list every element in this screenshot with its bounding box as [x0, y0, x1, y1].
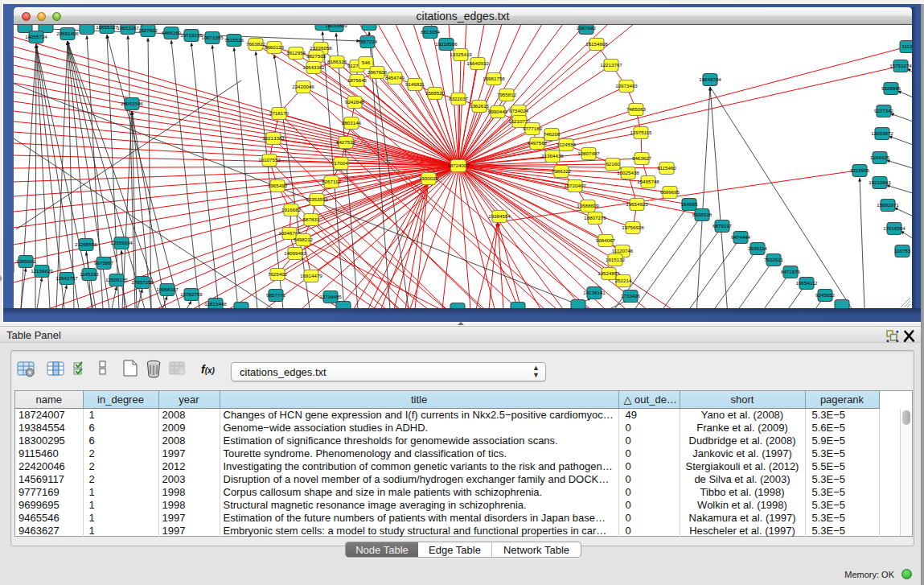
svg-text:17957255: 17957255: [131, 279, 154, 285]
svg-text:8938918: 8938918: [692, 212, 713, 217]
svg-text:10719155: 10719155: [180, 32, 203, 38]
svg-text:6466160: 6466160: [162, 30, 182, 35]
svg-text:8454749: 8454749: [385, 75, 405, 80]
svg-text:16914479: 16914479: [300, 273, 322, 278]
svg-text:9857771: 9857771: [266, 292, 286, 298]
svg-text:19384554: 19384554: [488, 213, 511, 219]
svg-text:16033809: 16033809: [325, 25, 347, 28]
svg-text:5498212: 5498212: [294, 237, 314, 242]
svg-text:1362615: 1362615: [470, 103, 490, 109]
svg-text:6497568: 6497568: [528, 140, 548, 146]
svg-text:3124554: 3124554: [556, 142, 577, 147]
svg-text:8267110: 8267110: [322, 179, 341, 184]
svg-text:15751074: 15751074: [889, 63, 912, 68]
svg-text:2803144: 2803144: [342, 120, 362, 126]
svg-text:28053346: 28053346: [121, 101, 143, 106]
svg-text:14099483: 14099483: [284, 250, 306, 256]
svg-text:10807487: 10807487: [577, 150, 600, 156]
svg-text:1244415: 1244415: [870, 154, 890, 160]
svg-text:10543362: 10543362: [302, 64, 325, 70]
svg-text:16210643: 16210643: [869, 179, 891, 185]
svg-text:746206: 746206: [544, 131, 561, 137]
svg-text:6879197: 6879197: [713, 223, 733, 229]
svg-text:12975115: 12975115: [630, 130, 652, 135]
svg-text:1112: 1112: [902, 43, 912, 49]
svg-text:9463627: 9463627: [632, 155, 652, 161]
svg-text:10688609: 10688609: [577, 203, 599, 208]
svg-text:9084067: 9084067: [596, 237, 616, 243]
svg-text:10655327: 10655327: [96, 25, 118, 30]
svg-text:9146821: 9146821: [405, 81, 425, 87]
svg-text:15495748: 15495748: [637, 179, 659, 184]
svg-text:14136141: 14136141: [583, 290, 606, 295]
svg-text:12505135: 12505135: [105, 277, 128, 282]
svg-text:12942757: 12942757: [55, 275, 78, 281]
svg-text:13325419: 13325419: [450, 51, 472, 57]
svg-text:17004: 17004: [334, 160, 348, 166]
svg-text:7986322: 7986322: [552, 168, 572, 174]
svg-text:8427512: 8427512: [336, 139, 356, 145]
svg-text:10653267: 10653267: [117, 25, 139, 31]
svg-text:15692971: 15692971: [877, 202, 899, 208]
svg-text:1615132: 1615132: [606, 257, 626, 262]
svg-text:21206556: 21206556: [75, 241, 97, 247]
svg-text:9827503: 9827503: [306, 53, 326, 59]
svg-text:10973493: 10973493: [615, 83, 638, 89]
svg-text:11120746: 11120746: [612, 248, 634, 253]
svg-text:1916682: 1916682: [281, 207, 302, 212]
svg-text:19654923: 19654923: [626, 201, 648, 207]
svg-text:9245652: 9245652: [815, 292, 836, 298]
svg-text:7485063: 7485063: [626, 106, 647, 112]
svg-text:f(x): f(x): [201, 363, 216, 376]
svg-text:15720407: 15720407: [564, 183, 586, 188]
svg-text:1965493: 1965493: [268, 183, 288, 188]
svg-text:16107553: 16107553: [258, 157, 281, 163]
svg-text:6699695: 6699695: [660, 189, 680, 195]
svg-text:8660123: 8660123: [265, 44, 285, 50]
svg-text:13716485: 13716485: [319, 294, 342, 299]
svg-text:9242848: 9242848: [345, 99, 365, 105]
svg-text:19218506: 19218506: [435, 41, 458, 47]
svg-text:16961758: 16961758: [483, 76, 505, 81]
svg-text:2867608: 2867608: [368, 69, 388, 75]
svg-text:10025438: 10025438: [617, 170, 639, 175]
svg-text:2718170: 2718170: [269, 110, 290, 116]
svg-text:7955812: 7955812: [497, 92, 517, 97]
svg-text:9329996: 9329996: [881, 85, 901, 91]
svg-text:2935114: 2935114: [748, 245, 767, 251]
svg-text:8322037: 8322037: [449, 96, 469, 101]
svg-text:17016504: 17016504: [883, 225, 906, 231]
svg-text:252214: 252214: [615, 278, 632, 283]
svg-text:9975887: 9975887: [94, 260, 114, 266]
svg-text:9474444: 9474444: [731, 234, 751, 240]
svg-text:19756928: 19756928: [622, 225, 644, 230]
svg-text:20691406: 20691406: [56, 31, 79, 36]
svg-text:8186328: 8186328: [327, 59, 347, 64]
svg-text:9777169: 9777169: [523, 126, 543, 131]
svg-text:1733426: 1733426: [621, 293, 641, 299]
svg-text:7632621: 7632621: [764, 257, 784, 262]
svg-text:9227342: 9227342: [874, 108, 894, 113]
svg-text:12213383: 12213383: [262, 135, 285, 141]
svg-text:8990443: 8990443: [488, 109, 508, 114]
svg-text:7625402: 7625402: [268, 271, 288, 277]
svg-text:10958107: 10958107: [156, 286, 179, 292]
svg-text:12823448: 12823448: [204, 301, 227, 307]
svg-text:12353593: 12353593: [306, 196, 328, 202]
svg-text:2087682: 2087682: [577, 25, 597, 31]
svg-text:10654112: 10654112: [795, 280, 818, 286]
svg-text:6734024: 6734024: [509, 108, 529, 113]
svg-text:16782759: 16782759: [180, 291, 203, 297]
svg-text:14055724: 14055724: [25, 34, 47, 39]
svg-text:7857224: 7857224: [358, 39, 378, 44]
svg-text:8813054: 8813054: [421, 29, 441, 35]
svg-text:3912954: 3912954: [286, 50, 306, 56]
svg-text:18807279: 18807279: [584, 215, 606, 220]
svg-text:7515526: 7515526: [224, 37, 244, 43]
svg-text:12156829: 12156829: [31, 268, 53, 274]
svg-text:18724007: 18724007: [447, 163, 470, 168]
svg-text:3215955: 3215955: [850, 167, 870, 173]
svg-text:164095: 164095: [681, 201, 698, 207]
svg-text:16640910: 16640910: [466, 60, 489, 66]
svg-text:62160: 62160: [606, 161, 620, 167]
